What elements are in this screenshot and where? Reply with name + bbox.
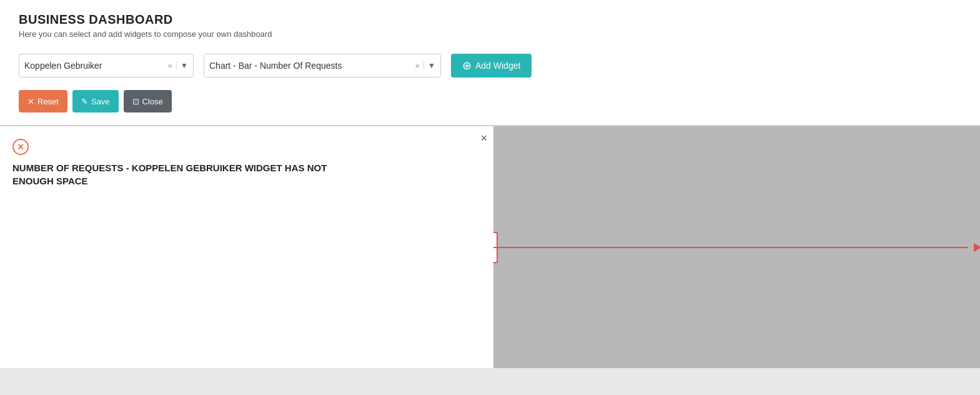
error-x-icon: ✕ xyxy=(17,142,24,152)
resize-arrow-head xyxy=(974,243,980,252)
widget-panel: × ✕ NUMBER OF REQUESTS - KOPPELEN GEBRUI… xyxy=(0,126,493,368)
close-square-icon: ⊡ xyxy=(132,97,139,106)
resize-arrow-container xyxy=(493,247,980,248)
right-panel xyxy=(493,126,980,368)
widget-select-value: Chart - Bar - Number Of Requests xyxy=(209,61,414,71)
top-panel: BUSINESS DASHBOARD Here you can select a… xyxy=(0,0,980,126)
reset-icon: ✕ xyxy=(27,97,34,106)
user-select-arrow[interactable]: ▼ xyxy=(176,61,188,70)
widget-close-button[interactable]: × xyxy=(480,132,487,144)
widget-error-title: NUMBER OF REQUESTS - KOPPELEN GEBRUIKER … xyxy=(12,161,356,188)
page-title: BUSINESS DASHBOARD xyxy=(19,12,961,27)
user-select-wrapper[interactable]: Koppelen Gebruiker × ▼ xyxy=(19,54,194,78)
save-icon: ✎ xyxy=(81,97,88,106)
action-buttons: ✕ Reset ✎ Save ⊡ Close xyxy=(19,90,961,112)
resize-arrow-line xyxy=(493,247,968,248)
page-subtitle: Here you can select and add widgets to c… xyxy=(19,29,961,39)
add-circle-icon: ⊕ xyxy=(462,59,472,72)
save-button[interactable]: ✎ Save xyxy=(72,90,119,112)
add-widget-button[interactable]: ⊕ Add Widget xyxy=(451,54,532,78)
controls-row: Koppelen Gebruiker × ▼ Chart - Bar - Num… xyxy=(19,54,961,78)
widget-select-arrow[interactable]: ▼ xyxy=(423,61,435,70)
reset-button[interactable]: ✕ Reset xyxy=(19,90,67,112)
user-select-value: Koppelen Gebruiker xyxy=(24,61,167,71)
add-widget-label: Add Widget xyxy=(475,61,520,71)
error-icon: ✕ xyxy=(12,139,29,155)
widget-select-wrapper[interactable]: Chart - Bar - Number Of Requests × ▼ xyxy=(204,54,441,78)
close-button[interactable]: ⊡ Close xyxy=(124,90,172,112)
widget-select-clear[interactable]: × xyxy=(414,61,422,71)
save-label: Save xyxy=(91,97,110,106)
close-label: Close xyxy=(142,97,163,106)
reset-label: Reset xyxy=(37,97,59,106)
dashboard-area: × ✕ NUMBER OF REQUESTS - KOPPELEN GEBRUI… xyxy=(0,126,980,368)
user-select-clear[interactable]: × xyxy=(167,61,174,71)
